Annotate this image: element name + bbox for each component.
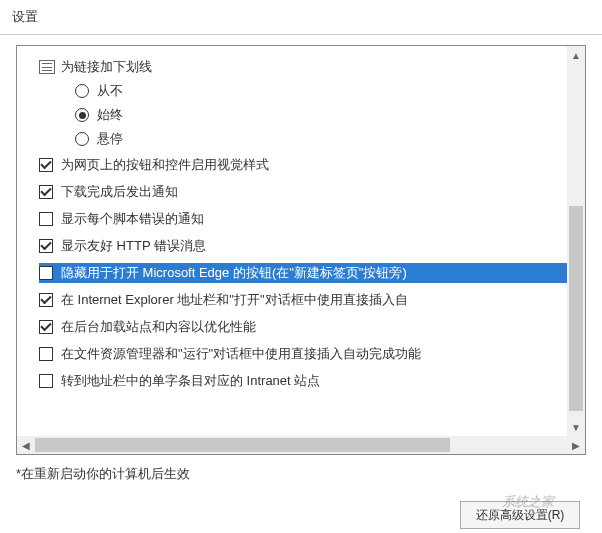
radio-icon <box>75 84 89 98</box>
checkbox-icon <box>39 320 53 334</box>
title-text: 设置 <box>12 9 38 24</box>
checkbox-item[interactable]: 下载完成后发出通知 <box>39 182 586 202</box>
group-header: 为链接加下划线 <box>39 58 586 76</box>
checkbox-item[interactable]: 隐藏用于打开 Microsoft Edge 的按钮(在"新建标签页"按钮旁) <box>39 263 586 283</box>
radio-hover[interactable]: 悬停 <box>75 130 586 148</box>
radio-icon <box>75 132 89 146</box>
checkbox-item[interactable]: 在文件资源管理器和"运行"对话框中使用直接插入自动完成功能 <box>39 344 586 364</box>
scroll-down-icon[interactable]: ▼ <box>567 418 585 436</box>
checkbox-item[interactable]: 为网页上的按钮和控件启用视觉样式 <box>39 155 586 175</box>
radio-label: 悬停 <box>97 130 123 148</box>
scroll-up-icon[interactable]: ▲ <box>567 46 585 64</box>
vertical-scrollbar[interactable]: ▲ ▼ <box>567 46 585 436</box>
radio-label: 始终 <box>97 106 123 124</box>
checkbox-icon <box>39 239 53 253</box>
group-label: 为链接加下划线 <box>61 58 152 76</box>
restart-note: *在重新启动你的计算机后生效 <box>16 465 586 483</box>
document-icon <box>39 60 55 74</box>
checkbox-icon <box>39 347 53 361</box>
scroll-left-icon[interactable]: ◀ <box>17 436 35 454</box>
button-label: 还原高级设置(R) <box>476 508 565 522</box>
checkbox-icon <box>39 374 53 388</box>
radio-icon <box>75 108 89 122</box>
horizontal-scrollbar[interactable]: ◀ ▶ <box>17 436 585 454</box>
radio-label: 从不 <box>97 82 123 100</box>
checkbox-item[interactable]: 显示每个脚本错误的通知 <box>39 209 586 229</box>
checkbox-label: 为网页上的按钮和控件启用视觉样式 <box>61 156 269 174</box>
scrollbar-track[interactable] <box>567 64 585 418</box>
checkbox-label: 隐藏用于打开 Microsoft Edge 的按钮(在"新建标签页"按钮旁) <box>61 264 407 282</box>
checkbox-label: 转到地址栏中的单字条目对应的 Intranet 站点 <box>61 372 320 390</box>
scroll-right-icon[interactable]: ▶ <box>567 436 585 454</box>
radio-always[interactable]: 始终 <box>75 106 586 124</box>
settings-tree-panel: 为链接加下划线 从不 始终 悬停 为网页上的按钮和控件启用视觉样式下载完成后发出… <box>16 45 586 455</box>
checkbox-label: 在文件资源管理器和"运行"对话框中使用直接插入自动完成功能 <box>61 345 421 363</box>
tree-content: 为链接加下划线 从不 始终 悬停 为网页上的按钮和控件启用视觉样式下载完成后发出… <box>17 46 586 426</box>
checkbox-label: 显示友好 HTTP 错误消息 <box>61 237 206 255</box>
checkbox-icon <box>39 266 53 280</box>
checkbox-item[interactable]: 在 Internet Explorer 地址栏和"打开"对话框中使用直接插入自 <box>39 290 586 310</box>
underline-links-group: 为链接加下划线 从不 始终 悬停 <box>39 58 586 148</box>
checkbox-label: 在 Internet Explorer 地址栏和"打开"对话框中使用直接插入自 <box>61 291 408 309</box>
checkbox-item[interactable]: 在后台加载站点和内容以优化性能 <box>39 317 586 337</box>
scrollbar-thumb[interactable] <box>35 438 450 452</box>
checkbox-item[interactable]: 显示友好 HTTP 错误消息 <box>39 236 586 256</box>
radio-never[interactable]: 从不 <box>75 82 586 100</box>
restore-defaults-button[interactable]: 还原高级设置(R) <box>460 501 580 529</box>
button-row: 还原高级设置(R) <box>0 493 602 529</box>
checkbox-label: 在后台加载站点和内容以优化性能 <box>61 318 256 336</box>
checkbox-list: 为网页上的按钮和控件启用视觉样式下载完成后发出通知显示每个脚本错误的通知显示友好… <box>39 155 586 391</box>
scrollbar-thumb[interactable] <box>569 206 583 411</box>
note-text: *在重新启动你的计算机后生效 <box>16 466 190 481</box>
checkbox-icon <box>39 293 53 307</box>
radio-group: 从不 始终 悬停 <box>39 82 586 148</box>
scrollbar-track[interactable] <box>35 436 567 454</box>
checkbox-icon <box>39 185 53 199</box>
checkbox-item[interactable]: 转到地址栏中的单字条目对应的 Intranet 站点 <box>39 371 586 391</box>
checkbox-label: 显示每个脚本错误的通知 <box>61 210 204 228</box>
checkbox-icon <box>39 158 53 172</box>
dialog-title: 设置 <box>0 0 602 35</box>
checkbox-icon <box>39 212 53 226</box>
checkbox-label: 下载完成后发出通知 <box>61 183 178 201</box>
